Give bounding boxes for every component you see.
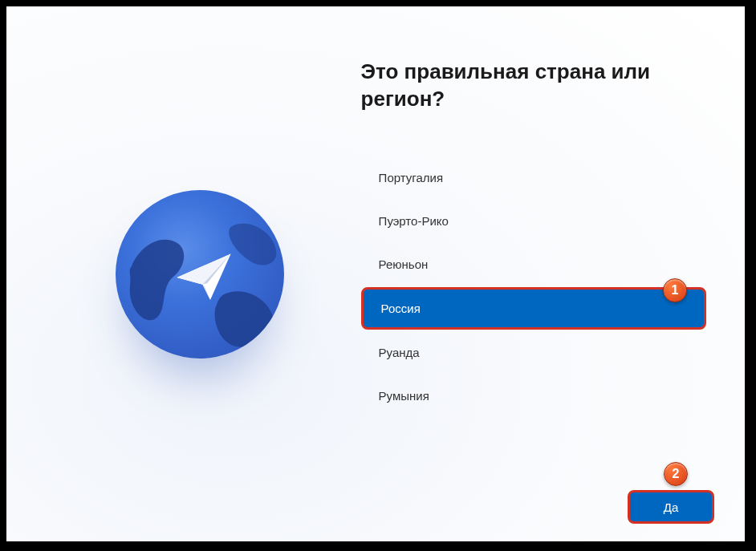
country-list[interactable]: Португалия Пуэрто-Рико Реюньон Россия Ру… — [361, 157, 706, 416]
annotation-badge-2: 2 — [664, 462, 688, 486]
country-item-rwanda[interactable]: Руанда — [361, 332, 706, 373]
country-item-reunion[interactable]: Реюньон — [361, 244, 706, 285]
illustration-pane — [6, 6, 361, 541]
country-item-portugal[interactable]: Португалия — [361, 157, 706, 198]
country-item-puerto-rico[interactable]: Пуэрто-Рико — [361, 201, 706, 241]
region-pane: Это правильная страна или регион? Португ… — [361, 6, 730, 541]
heading: Это правильная страна или регион? — [361, 59, 706, 113]
paper-plane-icon — [172, 242, 236, 306]
yes-button[interactable]: Да — [628, 490, 714, 524]
country-item-russia[interactable]: Россия — [361, 287, 706, 330]
country-item-romania[interactable]: Румыния — [361, 375, 706, 416]
content-row: Это правильная страна или регион? Португ… — [6, 6, 745, 541]
globe-icon — [116, 190, 284, 359]
oobe-region-screen: Это правильная страна или регион? Португ… — [5, 5, 746, 543]
annotation-badge-1: 1 — [663, 278, 687, 302]
